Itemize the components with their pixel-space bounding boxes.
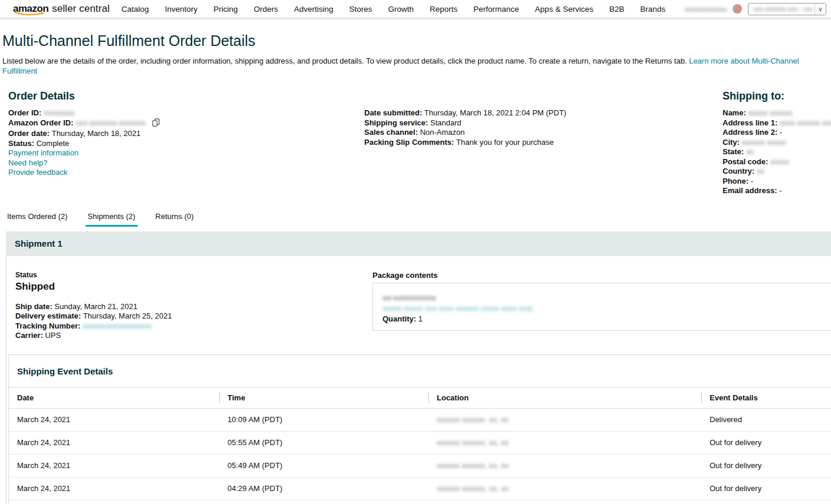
phone-label: Phone xyxy=(723,177,751,185)
package-contents-heading: Package contents xyxy=(372,271,831,280)
shipping-service-row: Shipping serviceStandard xyxy=(364,118,723,128)
nav-item-reports[interactable]: Reports xyxy=(430,5,457,14)
phone-value: - xyxy=(751,177,753,185)
amazon-order-id-label: Amazon Order ID xyxy=(8,118,75,127)
shipment-body: Status Shipped Ship dateSunday, March 21… xyxy=(6,256,831,504)
postal-code-label: Postal code xyxy=(723,157,770,166)
package-product-link-redacted[interactable]: xxxxx xxxxx xxx xxxx xxxxxx (xxxx xxxx x… xyxy=(382,303,831,314)
address1-value-redacted: xxxx xxxxxx xxx xyxy=(780,118,831,127)
nav-item-apps-services[interactable]: Apps & Services xyxy=(535,5,593,14)
nav-item-stores[interactable]: Stores xyxy=(349,5,372,14)
nav-item-pricing[interactable]: Pricing xyxy=(213,5,238,14)
date-submitted-value: Thursday, March 18, 2021 2:04 PM (PDT) xyxy=(424,108,566,117)
nav-item-inventory[interactable]: Inventory xyxy=(165,5,198,14)
event-time: 04:29 AM (PDT) xyxy=(219,484,428,493)
sales-channel-value: Non-Amazon xyxy=(420,128,465,137)
event-date: March 24, 2021 xyxy=(9,461,219,470)
tab-returns[interactable]: Returns (0) xyxy=(154,210,195,227)
packing-slip-label: Packing Slip Comments xyxy=(364,138,456,147)
shipping-to-section: Shipping to: Namexxxxx xxxxxx Address li… xyxy=(723,90,831,196)
nav-item-growth[interactable]: Growth xyxy=(388,5,414,14)
table-row: March 24, 2021 10:09 AM (PDT) xxxxxx xxx… xyxy=(9,409,831,432)
date-submitted-label: Date submitted xyxy=(364,108,424,117)
event-details: Out for delivery xyxy=(701,438,831,447)
order-date-value: Thursday, March 18, 2021 xyxy=(52,129,141,138)
event-details: Out for delivery xyxy=(701,484,831,493)
order-info-columns: Order Details Order ID#xxxxxxx Amazon Or… xyxy=(0,90,831,196)
column-header-event-details: Event Details xyxy=(701,387,831,408)
email-label: Email address xyxy=(723,186,779,195)
column-header-time: Time xyxy=(219,387,428,408)
status-label: Status xyxy=(15,271,372,279)
event-location-redacted: xxxxxx xxxxxx, xx, xx xyxy=(428,461,701,470)
copy-icon[interactable] xyxy=(152,118,160,130)
address2-label: Address line 2 xyxy=(723,128,780,137)
amazon-order-id-value-redacted: xxx-xxxxxxx-xxxxxxx xyxy=(75,118,146,127)
marketplace-flag-icon xyxy=(733,4,742,14)
provide-feedback-link[interactable]: Provide feedback xyxy=(8,168,364,178)
shipping-events-table: Date Time Location Event Details March 2… xyxy=(9,387,831,504)
quantity-value: 1 xyxy=(418,314,423,323)
postal-code-value-redacted: xxxxx xyxy=(770,157,790,166)
shipping-event-details-heading: Shipping Event Details xyxy=(9,355,831,387)
nav-item-brands[interactable]: Brands xyxy=(640,5,665,14)
date-submitted-row: Date submittedThursday, March 18, 2021 2… xyxy=(364,108,723,118)
delivery-estimate-label: Delivery estimate xyxy=(15,311,83,320)
nav-item-advertising[interactable]: Advertising xyxy=(294,5,334,14)
shipment-card: Shipment 1 Status Shipped Ship dateSunda… xyxy=(6,231,831,504)
shipping-to-heading: Shipping to: xyxy=(723,90,831,102)
tab-shipments[interactable]: Shipments (2) xyxy=(87,210,137,227)
order-details-section: Order Details Order ID#xxxxxxx Amazon Or… xyxy=(8,90,364,196)
event-date: March 24, 2021 xyxy=(9,438,219,447)
nav-item-performance[interactable]: Performance xyxy=(473,5,519,14)
address1-label: Address line 1 xyxy=(723,118,780,127)
carrier-value: UPS xyxy=(45,331,61,340)
table-header-row: Date Time Location Event Details xyxy=(9,387,831,409)
submission-details-section: Date submittedThursday, March 18, 2021 2… xyxy=(364,90,723,196)
package-contents-box: xx-xxxxxxxxxx xxxxx xxxxx xxx xxxx xxxxx… xyxy=(372,283,831,331)
order-tabs: Items Ordered (2) Shipments (2) Returns … xyxy=(6,210,831,227)
package-quantity-row: Quantity1 xyxy=(382,314,831,324)
chevron-down-icon: ∨ xyxy=(814,4,826,15)
status-value: Shipped xyxy=(15,281,372,293)
shipment-status-section: Status Shipped Ship dateSunday, March 21… xyxy=(15,271,372,347)
order-date-row: Order dateThursday, March 18, 2021 xyxy=(8,129,364,139)
page-description-text: Listed below are the details of the orde… xyxy=(2,57,687,65)
package-sku-redacted: xx-xxxxxxxxxx xyxy=(382,293,831,303)
shipping-service-label: Shipping service xyxy=(364,118,430,127)
account-area: xxxxxxxxxxx xxx.xxxxxx.xxx - xxxxx ∨ xyxy=(685,3,827,15)
order-id-value-redacted: #xxxxxxx xyxy=(44,108,75,117)
column-header-date: Date xyxy=(9,387,219,408)
order-details-heading: Order Details xyxy=(8,90,364,102)
amazon-logo: amazon xyxy=(13,3,48,15)
order-id-row: Order ID#xxxxxxx xyxy=(8,108,364,118)
state-label: State xyxy=(723,147,746,156)
payment-information-link[interactable]: Payment information xyxy=(8,148,364,158)
shipment-meta: Ship dateSunday, March 21, 2021 Delivery… xyxy=(15,302,372,341)
marketplace-switcher-dropdown[interactable]: xxx.xxxxxx.xxx - xxxxx ∨ xyxy=(748,3,826,15)
event-details: Delivered xyxy=(701,415,831,424)
table-row: March 24, 2021 05:49 AM (PDT) xxxxxx xxx… xyxy=(9,455,831,478)
marketplace-switcher-value-redacted: xxx.xxxxxx.xxx - xxxxx xyxy=(753,5,813,12)
sales-channel-row: Sales channelNon-Amazon xyxy=(364,128,723,138)
seller-central-logo[interactable]: amazon seller central xyxy=(13,3,110,15)
table-row: March 24, 2021 04:29 AM (PDT) xxxxxx xxx… xyxy=(9,478,831,500)
nav-item-b2b[interactable]: B2B xyxy=(609,5,625,14)
order-status-row: StatusComplete xyxy=(8,139,364,149)
event-location-redacted: xxxxxx xxxxxx, xx, xx xyxy=(428,415,701,424)
tab-items-ordered[interactable]: Items Ordered (2) xyxy=(6,210,69,227)
need-help-link[interactable]: Need help? xyxy=(8,158,364,168)
nav-item-orders[interactable]: Orders xyxy=(253,5,278,14)
top-navigation: amazon seller central Catalog Inventory … xyxy=(0,0,831,19)
event-date: March 24, 2021 xyxy=(9,415,219,424)
tracking-number-link-redacted[interactable]: xxxxxxxxxxxxxxxxxx xyxy=(83,321,151,330)
order-date-label: Order date xyxy=(8,129,52,138)
event-location-redacted: xxxxxx xxxxxx, xx, xx xyxy=(428,484,701,493)
name-value-redacted: xxxxx xxxxxx xyxy=(748,108,792,117)
package-contents-section: Package contents xx-xxxxxxxxxx xxxxx xxx… xyxy=(372,271,831,347)
nav-item-catalog[interactable]: Catalog xyxy=(121,5,149,14)
shipment-summary-row: Status Shipped Ship dateSunday, March 21… xyxy=(6,271,831,347)
order-status-label: Status xyxy=(8,139,37,148)
country-label: Country xyxy=(723,167,757,175)
seller-central-logo-text: seller central xyxy=(52,3,110,15)
